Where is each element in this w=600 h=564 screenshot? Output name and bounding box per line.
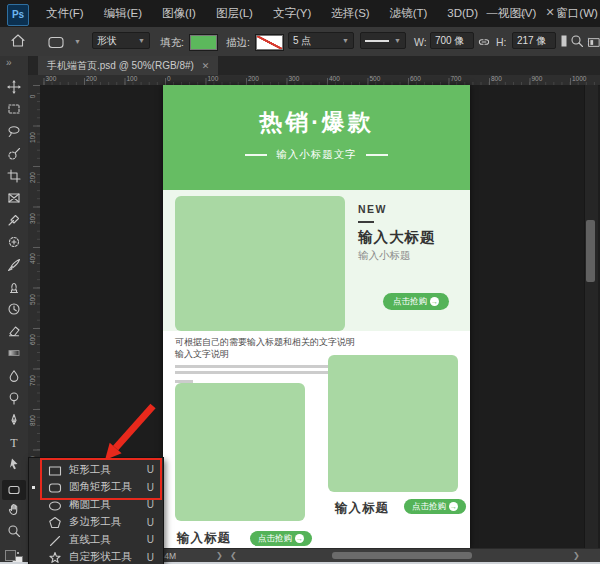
menu-item[interactable]: 图像(I): [152, 0, 206, 27]
chevron-down-icon: ▼: [338, 37, 349, 44]
tool-mode-select[interactable]: 形状▼: [92, 32, 150, 49]
arrow-circle-icon: →: [449, 502, 458, 511]
horizontal-scrollbar-thumb[interactable]: [332, 552, 472, 559]
shape-height-input[interactable]: 217 像: [512, 32, 556, 49]
menu-item[interactable]: 文件(F): [36, 0, 94, 27]
solid-line-icon: [365, 40, 389, 42]
feature-divider: [358, 221, 374, 223]
type-tool[interactable]: T: [7, 435, 21, 449]
ruler-label: 300: [46, 75, 57, 82]
photoshop-logo-icon: Ps: [7, 4, 29, 26]
ruler-label: 500: [370, 75, 381, 82]
close-button[interactable]: ✕: [540, 4, 560, 21]
menu-item[interactable]: 选择(S): [321, 0, 379, 27]
feature-image-placeholder: [175, 196, 345, 331]
scroll-left-icon[interactable]: ❮: [230, 551, 237, 560]
tool-preset-chevron-icon[interactable]: ▼: [70, 38, 81, 45]
menu-item[interactable]: 编辑(E): [94, 0, 152, 27]
dash-line: [245, 154, 267, 156]
flyout-item-shortcut: U: [147, 534, 154, 545]
ruler-label: 200: [86, 75, 97, 82]
rounded-rectangle-tool[interactable]: [2, 480, 26, 500]
status-popup-arrow-icon[interactable]: ❯: [216, 551, 223, 560]
product-image-placeholder-right: [328, 355, 458, 492]
link-dimensions-icon[interactable]: [477, 35, 491, 53]
shape-width-input[interactable]: 700 像: [430, 32, 474, 49]
flyout-item-line[interactable]: 直线工具U: [29, 531, 163, 549]
tab-close-icon[interactable]: ✕: [202, 61, 210, 71]
product-title-left: 输入标题: [177, 530, 231, 547]
flyout-item-polygon[interactable]: 多边形工具U: [29, 514, 163, 532]
feature-badge: NEW: [358, 203, 387, 215]
custom-shape-icon: [48, 551, 62, 564]
feature-title: 输入大标题: [358, 228, 436, 247]
frame-tool[interactable]: [7, 191, 21, 205]
description-line2: 输入文字说明: [175, 348, 229, 361]
eraser-tool[interactable]: [7, 324, 21, 338]
dodge-tool[interactable]: [7, 391, 21, 405]
feature-subtitle: 输入小标题: [358, 249, 411, 263]
ruler-label: 500: [29, 289, 36, 309]
vertical-scrollbar[interactable]: [584, 85, 598, 548]
artboard-canvas[interactable]: 热销·爆款 输入小标题文字 NEW 输入大标题 输入小标题 点击抢购 → 可根据…: [163, 85, 470, 548]
toolbar-collapse-icon[interactable]: »: [6, 57, 11, 68]
search-icon[interactable]: [570, 34, 584, 52]
brush-tool[interactable]: [7, 258, 21, 272]
feature-section: NEW 输入大标题 输入小标题 点击抢购 →: [163, 190, 470, 331]
path-selection-tool[interactable]: [7, 457, 21, 471]
ruler-label: 100: [29, 127, 36, 147]
library-icon[interactable]: [560, 34, 568, 52]
foreground-color-swatch[interactable]: [5, 550, 16, 561]
workspace-icon[interactable]: [588, 35, 600, 53]
ruler-label: 400: [329, 75, 340, 82]
document-tab[interactable]: 手机端首页.psd @ 50%(RGB/8#) ✕: [38, 56, 218, 75]
zoom-tool[interactable]: [7, 524, 21, 538]
vertical-scrollbar-thumb[interactable]: [586, 220, 595, 282]
gradient-tool[interactable]: [7, 346, 21, 360]
document-tab-bar: 手机端首页.psd @ 50%(RGB/8#) ✕: [28, 56, 600, 75]
move-tool[interactable]: [7, 80, 21, 94]
eyedropper-tool[interactable]: [7, 213, 21, 227]
fill-color-swatch[interactable]: [190, 35, 217, 50]
minimize-button[interactable]: —: [482, 4, 502, 21]
ruler-label: 900: [532, 75, 543, 82]
design-header-band: 热销·爆款 输入小标题文字: [163, 85, 470, 190]
clone-stamp-tool[interactable]: [7, 280, 21, 294]
crop-tool[interactable]: [7, 169, 21, 183]
flyout-item-shortcut: U: [147, 517, 154, 528]
flyout-item-custom-shape[interactable]: 自定形状工具U: [29, 549, 163, 564]
ruler-label: 800: [491, 75, 502, 82]
hand-tool[interactable]: [7, 502, 21, 516]
stroke-style-select[interactable]: ▼: [360, 32, 406, 49]
lasso-tool[interactable]: [7, 124, 21, 138]
ruler-label: 800: [29, 411, 36, 431]
ruler-label: 100: [127, 75, 138, 82]
quick-selection-tool[interactable]: [7, 147, 21, 161]
ruler-label: 0: [29, 87, 36, 107]
pen-tool[interactable]: [7, 413, 21, 427]
stroke-color-swatch[interactable]: [256, 35, 283, 50]
design-subtitle-row: 输入小标题文字: [163, 148, 470, 162]
photoshop-window: Ps 文件(F)编辑(E)图像(I)图层(L)文字(Y)选择(S)滤镜(T)3D…: [0, 0, 600, 564]
ruler-label: 1000: [572, 75, 586, 82]
ruler-label: 400: [29, 249, 36, 269]
menu-item[interactable]: 图层(L): [206, 0, 263, 27]
chevron-down-icon: ▼: [134, 37, 145, 44]
maximize-button[interactable]: □: [511, 4, 531, 21]
home-icon[interactable]: [10, 33, 26, 53]
menu-item[interactable]: 滤镜(T): [380, 0, 438, 27]
tool-preset-icon[interactable]: [46, 35, 66, 53]
stroke-width-select[interactable]: 5 点▼: [288, 32, 354, 49]
flyout-item-label: 直线工具: [69, 533, 111, 547]
marquee-tool[interactable]: [7, 102, 21, 116]
menu-item[interactable]: 文字(Y): [263, 0, 321, 27]
fill-label: 填充:: [160, 36, 184, 50]
blur-tool[interactable]: [7, 369, 21, 383]
current-tool-marker: [32, 486, 35, 489]
menu-item[interactable]: 3D(D): [437, 0, 488, 27]
scroll-right-icon[interactable]: ❯: [573, 551, 580, 560]
flyout-item-shortcut: U: [147, 552, 154, 563]
history-brush-tool[interactable]: [7, 302, 21, 316]
healing-brush-tool[interactable]: [7, 235, 21, 249]
window-controls: — □ ✕: [482, 4, 560, 21]
